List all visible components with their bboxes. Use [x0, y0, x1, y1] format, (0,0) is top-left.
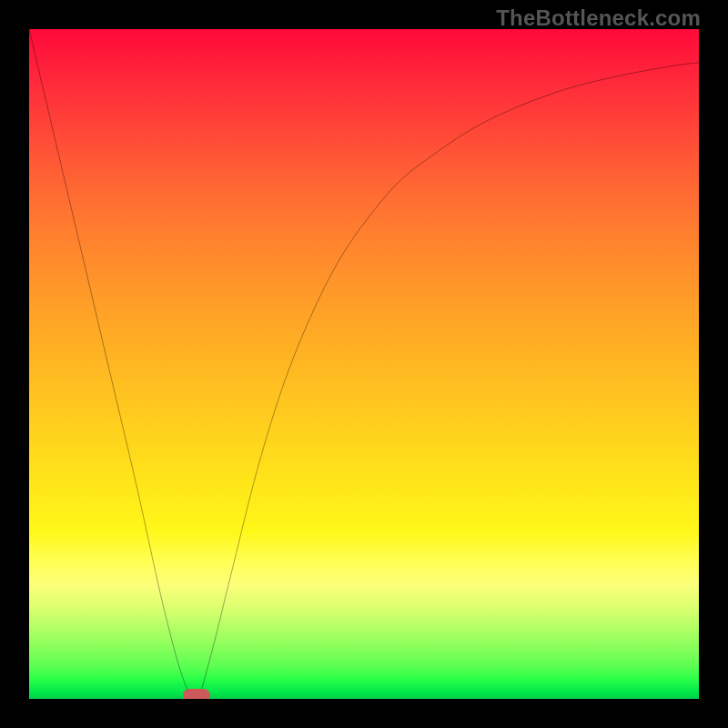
watermark-text: TheBottleneck.com	[496, 5, 701, 31]
plot-area	[29, 29, 699, 699]
chart-page: TheBottleneck.com	[0, 0, 728, 728]
curve-svg	[29, 29, 699, 699]
curve-line	[29, 29, 699, 699]
min-marker	[183, 689, 210, 699]
